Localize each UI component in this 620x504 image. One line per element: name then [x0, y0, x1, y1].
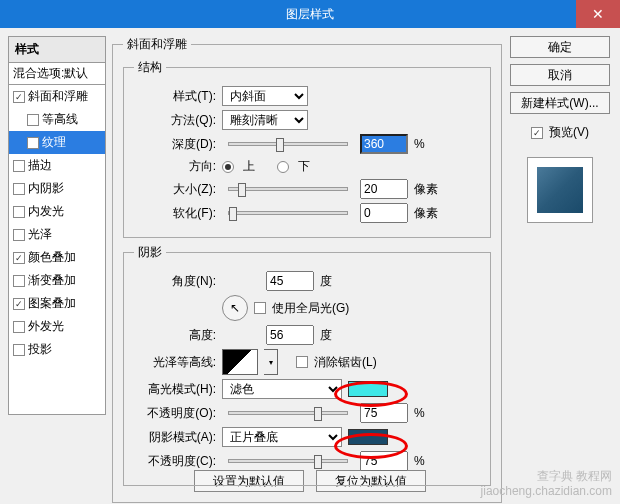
shadow-color-swatch[interactable]: [348, 429, 388, 445]
style-item-5[interactable]: 内发光: [9, 200, 105, 223]
px-label: 像素: [414, 181, 438, 198]
style-item-checkbox[interactable]: [13, 344, 25, 356]
style-item-label: 外发光: [28, 318, 64, 335]
blend-options-default[interactable]: 混合选项:默认: [8, 63, 106, 85]
direction-label: 方向:: [134, 158, 216, 175]
style-item-label: 投影: [28, 341, 52, 358]
style-item-3[interactable]: 描边: [9, 154, 105, 177]
size-slider[interactable]: [228, 187, 348, 191]
highlight-mode-label: 高光模式(H):: [134, 381, 216, 398]
antialias-checkbox[interactable]: [296, 356, 308, 368]
style-item-checkbox[interactable]: [13, 321, 25, 333]
style-item-label: 内阴影: [28, 180, 64, 197]
style-item-8[interactable]: 渐变叠加: [9, 269, 105, 292]
shadow-opacity-input[interactable]: [360, 451, 408, 471]
preview-checkbox[interactable]: [531, 127, 543, 139]
style-item-label: 渐变叠加: [28, 272, 76, 289]
antialias-label: 消除锯齿(L): [314, 354, 377, 371]
style-item-label: 纹理: [42, 134, 66, 151]
soften-input[interactable]: [360, 203, 408, 223]
dialog-title: 图层样式: [286, 6, 334, 23]
style-item-label: 图案叠加: [28, 295, 76, 312]
method-select[interactable]: 雕刻清晰: [222, 110, 308, 130]
style-item-label: 斜面和浮雕: [28, 88, 88, 105]
main-panel: 斜面和浮雕 结构 样式(T): 内斜面 方法(Q): 雕刻清晰 深度(D): %: [112, 36, 502, 460]
styles-column: 样式 混合选项:默认 斜面和浮雕等高线纹理描边内阴影内发光光泽颜色叠加渐变叠加图…: [8, 36, 106, 460]
highlight-opacity-slider[interactable]: [228, 411, 348, 415]
style-item-checkbox[interactable]: [27, 114, 39, 126]
angle-input[interactable]: [266, 271, 314, 291]
shadow-mode-select[interactable]: 正片叠底: [222, 427, 342, 447]
highlight-opacity-input[interactable]: [360, 403, 408, 423]
style-item-checkbox[interactable]: [13, 91, 25, 103]
style-item-1[interactable]: 等高线: [9, 108, 105, 131]
gloss-contour-label: 光泽等高线:: [134, 354, 216, 371]
style-item-0[interactable]: 斜面和浮雕: [9, 85, 105, 108]
direction-down-radio[interactable]: [277, 161, 289, 173]
global-light-checkbox[interactable]: [254, 302, 266, 314]
style-item-checkbox[interactable]: [13, 229, 25, 241]
ok-button[interactable]: 确定: [510, 36, 610, 58]
altitude-label: 高度:: [134, 327, 216, 344]
style-item-2[interactable]: 纹理: [9, 131, 105, 154]
style-item-9[interactable]: 图案叠加: [9, 292, 105, 315]
shadow-mode-label: 阴影模式(A):: [134, 429, 216, 446]
preview-thumbnail: [537, 167, 583, 213]
bevel-group: 斜面和浮雕 结构 样式(T): 内斜面 方法(Q): 雕刻清晰 深度(D): %: [112, 36, 502, 503]
depth-input[interactable]: [360, 134, 408, 154]
cancel-button[interactable]: 取消: [510, 64, 610, 86]
global-light-label: 使用全局光(G): [272, 300, 349, 317]
size-input[interactable]: [360, 179, 408, 199]
shadow-opacity-label: 不透明度(C):: [134, 453, 216, 470]
style-item-label: 描边: [28, 157, 52, 174]
style-item-label: 等高线: [42, 111, 78, 128]
styles-header: 样式: [8, 36, 106, 63]
angle-dial[interactable]: ↖: [222, 295, 248, 321]
altitude-input[interactable]: [266, 325, 314, 345]
shading-legend: 阴影: [134, 244, 166, 261]
highlight-color-swatch[interactable]: [348, 381, 388, 397]
style-item-checkbox[interactable]: [13, 252, 25, 264]
soften-label: 软化(F):: [134, 205, 216, 222]
angle-label: 角度(N):: [134, 273, 216, 290]
gloss-contour-swatch[interactable]: [222, 349, 258, 375]
direction-up-radio[interactable]: [222, 161, 234, 173]
structure-group: 结构 样式(T): 内斜面 方法(Q): 雕刻清晰 深度(D): % 方向:: [123, 59, 491, 238]
style-item-checkbox[interactable]: [13, 275, 25, 287]
style-item-checkbox[interactable]: [27, 137, 39, 149]
styles-list: 斜面和浮雕等高线纹理描边内阴影内发光光泽颜色叠加渐变叠加图案叠加外发光投影: [8, 85, 106, 415]
style-item-checkbox[interactable]: [13, 183, 25, 195]
close-button[interactable]: ✕: [576, 0, 620, 28]
depth-slider[interactable]: [228, 142, 348, 146]
size-label: 大小(Z):: [134, 181, 216, 198]
structure-legend: 结构: [134, 59, 166, 76]
shadow-opacity-slider[interactable]: [228, 459, 348, 463]
style-label: 样式(T):: [134, 88, 216, 105]
preview-label: 预览(V): [549, 124, 589, 141]
style-item-label: 颜色叠加: [28, 249, 76, 266]
style-item-checkbox[interactable]: [13, 160, 25, 172]
pct-label: %: [414, 137, 425, 151]
right-column: 确定 取消 新建样式(W)... 预览(V): [508, 36, 612, 460]
style-select[interactable]: 内斜面: [222, 86, 308, 106]
highlight-mode-select[interactable]: 滤色: [222, 379, 342, 399]
style-item-7[interactable]: 颜色叠加: [9, 246, 105, 269]
style-item-checkbox[interactable]: [13, 298, 25, 310]
highlight-opacity-label: 不透明度(O):: [134, 405, 216, 422]
new-style-button[interactable]: 新建样式(W)...: [510, 92, 610, 114]
style-item-label: 内发光: [28, 203, 64, 220]
depth-label: 深度(D):: [134, 136, 216, 153]
bevel-legend: 斜面和浮雕: [123, 36, 191, 53]
style-item-checkbox[interactable]: [13, 206, 25, 218]
gloss-contour-dropdown[interactable]: ▾: [264, 349, 278, 375]
style-item-4[interactable]: 内阴影: [9, 177, 105, 200]
soften-slider[interactable]: [228, 211, 348, 215]
shading-group: 阴影 角度(N): 度 ↖ 使用全局光(G) 高度: 度: [123, 244, 491, 486]
style-item-11[interactable]: 投影: [9, 338, 105, 361]
style-item-10[interactable]: 外发光: [9, 315, 105, 338]
method-label: 方法(Q):: [134, 112, 216, 129]
preview-box: [527, 157, 593, 223]
style-item-6[interactable]: 光泽: [9, 223, 105, 246]
style-item-label: 光泽: [28, 226, 52, 243]
